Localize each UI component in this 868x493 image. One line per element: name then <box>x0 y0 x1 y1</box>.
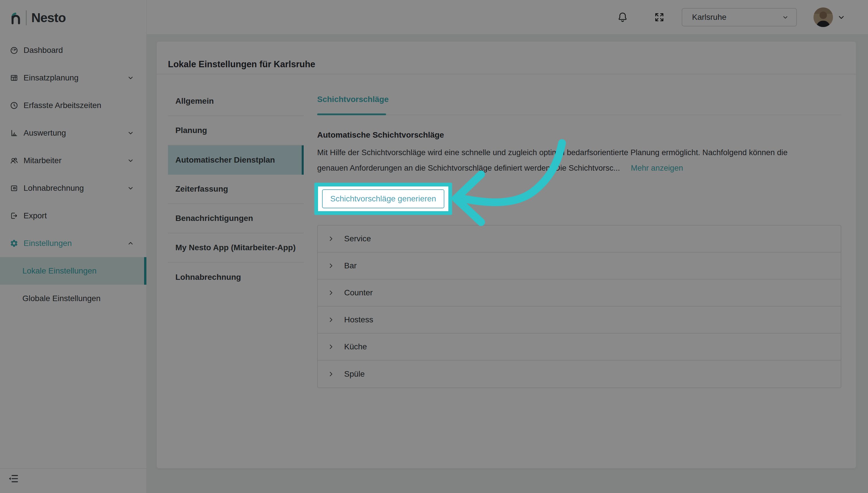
highlight-frame: Schichtvorschläge generieren <box>314 183 452 215</box>
highlight-inner: Schichtvorschläge generieren <box>318 187 448 211</box>
generate-shift-suggestions-button[interactable]: Schichtvorschläge generieren <box>322 189 444 208</box>
dim-overlay <box>0 0 868 493</box>
app-window: Nesto Dashboard Einsatzplanung <box>0 0 868 493</box>
